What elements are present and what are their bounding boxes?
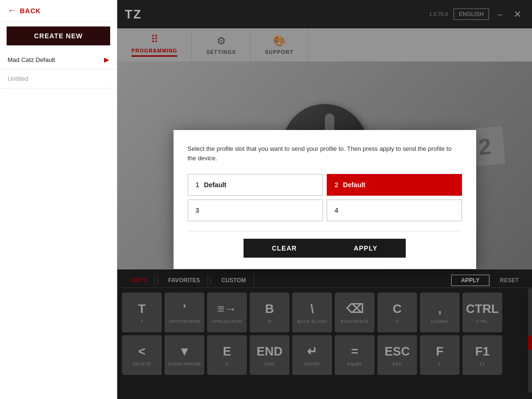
profile-name: Mad Catz Default bbox=[8, 56, 55, 63]
slot-name-1: Default bbox=[204, 181, 226, 189]
slot-num-3: 3 bbox=[196, 207, 200, 214]
slot-button-2[interactable]: 2 Default bbox=[327, 174, 462, 196]
back-label: BACK bbox=[20, 7, 41, 15]
chevron-right-icon: ▶ bbox=[104, 56, 109, 63]
profile-item-mad-catz[interactable]: Mad Catz Default ▶ bbox=[0, 50, 117, 69]
modal-dialog: Select the profile slot that you want to… bbox=[174, 130, 476, 269]
create-new-button[interactable]: CREATE NEW bbox=[7, 26, 110, 45]
modal-description: Select the profile slot that you want to… bbox=[188, 144, 462, 163]
slot-button-1[interactable]: 1 Default bbox=[188, 174, 323, 196]
slot-num-1: 1 bbox=[196, 181, 200, 189]
modal-slots: 1 Default 2 Default 3 4 bbox=[188, 174, 462, 221]
back-button[interactable]: ← BACK bbox=[0, 0, 117, 22]
profile-item-untitled[interactable]: Untitled bbox=[0, 69, 117, 88]
modal-apply-button[interactable]: APPLY bbox=[325, 239, 406, 258]
modal-overlay: Select the profile slot that you want to… bbox=[117, 0, 532, 399]
back-arrow-icon: ← bbox=[8, 6, 16, 16]
modal-clear-button[interactable]: CLEAR bbox=[244, 239, 325, 258]
slot-button-4[interactable]: 4 bbox=[327, 200, 462, 221]
modal-divider bbox=[188, 231, 462, 231]
slot-button-3[interactable]: 3 bbox=[188, 200, 323, 221]
sidebar: ← BACK CREATE NEW Mad Catz Default ▶ Unt… bbox=[0, 0, 117, 399]
modal-actions: CLEAR APPLY bbox=[188, 239, 462, 258]
slot-num-2: 2 bbox=[335, 181, 339, 189]
main-area: TZ 1.0.70.0 ENGLISH – ✕ ⠿ PROGRAMMING ⚙ … bbox=[117, 0, 532, 399]
slot-name-2: Default bbox=[343, 181, 365, 189]
slot-num-4: 4 bbox=[335, 207, 339, 214]
